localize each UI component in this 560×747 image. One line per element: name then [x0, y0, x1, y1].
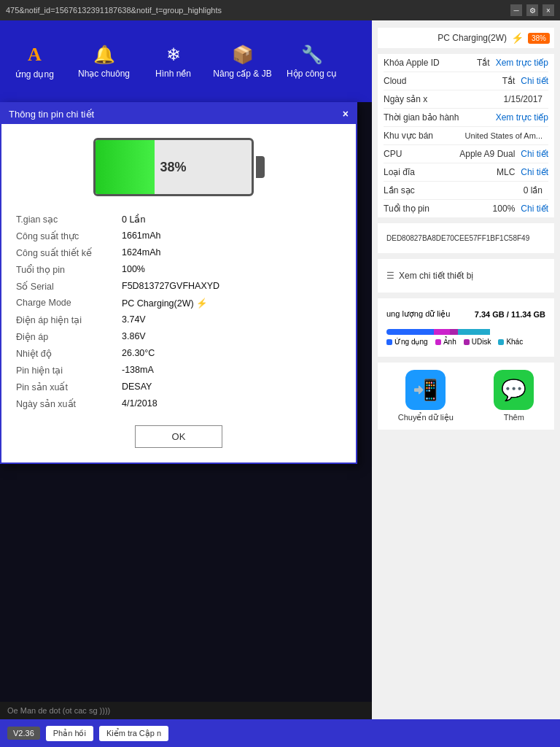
info-value-10: DESAY [122, 382, 341, 392]
info-label-9: Pin hiện tại [16, 365, 122, 376]
settings-button[interactable]: ⚙ [526, 4, 538, 16]
info-label-0: T.gian sạc [16, 214, 122, 225]
right-link-5[interactable]: Chi tiết [521, 149, 548, 159]
info-value-0: 0 Lần [122, 214, 341, 225]
legend-dot-other [498, 339, 504, 345]
storage-row: ung lượng dữ liệu 7.34 GB / 11.34 GB [386, 306, 545, 322]
nav-label-hinh-nen: Hình nền [155, 69, 191, 79]
legend-label-other: Khác [506, 338, 523, 346]
storage-legend: Ứng dụng Ảnh UDisk Khác [386, 338, 545, 346]
storage-photos-segment [434, 329, 450, 335]
social-text-1: Oe Man de dot (ot cac sg )))) [7, 706, 365, 715]
info-row-2: Công suất thiết kế 1624mAh [16, 244, 341, 261]
nav-item-hinh-nen[interactable]: ❄ Hình nền [139, 39, 208, 85]
info-value-8: 26.30°C [122, 348, 341, 359]
right-label-2: Ngày sản x [384, 94, 498, 104]
info-label-1: Công suất thực [16, 231, 122, 241]
battery-outer: 38% [93, 138, 254, 196]
right-link-8[interactable]: Chi tiết [521, 204, 548, 214]
minimize-button[interactable]: ─ [510, 4, 522, 16]
nav-item-nang-cap[interactable]: 📦 Nâng cấp & JB [208, 39, 277, 85]
battery-indicator: 38% [16, 138, 341, 196]
nav-item-nhac-chuong[interactable]: 🔔 Nhạc chuông [69, 39, 139, 85]
legend-udisk: UDisk [464, 338, 491, 346]
app-icon-chuyen-du-lieu[interactable]: 📲 Chuyển dữ liệu [398, 370, 454, 422]
right-row-1: Cloud Tắt Chi tiết [384, 72, 548, 90]
ok-button[interactable]: OK [135, 425, 223, 448]
info-row-11: Ngày sản xuất 4/1/2018 [16, 395, 341, 412]
info-label-6: Điện áp hiện tại [16, 314, 122, 325]
url-text: 475&notif_id=15676132391187638&notif_t=g… [6, 6, 222, 15]
storage-section: ung lượng dữ liệu 7.34 GB / 11.34 GB Ứng… [378, 298, 554, 357]
info-row-9: Pin hiện tại -138mA [16, 362, 341, 379]
close-window-button[interactable]: × [542, 4, 554, 16]
info-label-11: Ngày sản xuất [16, 398, 122, 409]
info-label-8: Nhiệt độ [16, 348, 122, 359]
them-label: Thêm [504, 413, 524, 422]
right-value-4: United States of Am... [465, 131, 542, 140]
info-value-1: 1661mAh [122, 231, 341, 241]
legend-label-apps: Ứng dụng [394, 338, 428, 346]
right-link-0[interactable]: Xem trực tiếp [496, 58, 548, 68]
info-label-10: Pin sản xuất [16, 382, 122, 392]
charging-lightning-icon: ⚡ [511, 32, 524, 44]
dropbox-icon: 📦 [232, 44, 254, 65]
toolbox-icon: 🔧 [301, 44, 323, 65]
info-row-0: T.gian sạc 0 Lần [16, 211, 341, 228]
view-detail-button[interactable]: ☰ Xem chi tiết thiết bị [386, 266, 545, 285]
dialog-title-bar: Thông tin pin chi tiết × [1, 104, 356, 124]
social-area: Oe Man de dot (ot cac sg )))) [0, 702, 372, 719]
url-bar: 475&notif_id=15676132391187638&notif_t=g… [0, 0, 560, 20]
right-value-8: 100% [493, 204, 516, 214]
nav-label-nhac-chuong: Nhạc chuông [78, 69, 130, 79]
right-row-2: Ngày sản x 1/15/2017 [384, 90, 548, 109]
storage-other-segment [458, 329, 490, 335]
left-panel: A ứng dụng 🔔 Nhạc chuông ❄ Hình nền 📦 Nâ… [0, 20, 372, 747]
info-label-5: Charge Mode [16, 298, 122, 309]
right-label-0: Khóa Apple ID [384, 58, 471, 68]
right-value-6: MLC [497, 167, 515, 177]
info-row-7: Điện áp 3.86V [16, 328, 341, 345]
app-icon-them[interactable]: 💬 Thêm [494, 370, 534, 422]
right-link-1[interactable]: Chi tiết [521, 76, 548, 86]
check-update-button[interactable]: Kiểm tra Cập n [99, 726, 168, 741]
right-label-3: Thời gian bảo hành [384, 112, 496, 123]
info-value-11: 4/1/2018 [122, 398, 341, 409]
info-value-6: 3.74V [122, 314, 341, 325]
battery-percent-text: 38% [96, 160, 252, 175]
storage-bar-container: Ứng dụng Ảnh UDisk Khác [386, 322, 545, 349]
main-area: A ứng dụng 🔔 Nhạc chuông ❄ Hình nền 📦 Nâ… [0, 20, 560, 747]
legend-dot-photos [435, 339, 441, 345]
chuyen-du-lieu-label: Chuyển dữ liệu [398, 413, 454, 422]
info-label-3: Tuổi thọ pin [16, 264, 122, 275]
nav-item-hop-cong-cu[interactable]: 🔧 Hộp công cụ [277, 39, 346, 85]
right-label-7: Lần sạc [384, 185, 518, 196]
legend-apps: Ứng dụng [386, 338, 428, 346]
right-label-5: CPU [384, 149, 454, 159]
info-label-4: Số Serial [16, 281, 122, 292]
info-row-10: Pin sản xuất DESAY [16, 379, 341, 395]
right-link-3[interactable]: Xem trực tiếp [496, 112, 548, 123]
charging-status-section: PC Charging(2W) ⚡ 38% [378, 28, 554, 48]
right-row-6: Loại đĩa MLC Chi tiết [384, 163, 548, 182]
chuyen-du-lieu-icon-box: 📲 [405, 370, 446, 410]
battery-tip [256, 156, 265, 178]
charging-label: PC Charging(2W) [438, 33, 507, 43]
view-detail-section[interactable]: ☰ Xem chi tiết thiết bị [378, 259, 554, 293]
nav-item-ung-dung[interactable]: A ứng dụng [0, 38, 69, 85]
right-value-7: 0 lần [524, 185, 542, 196]
app-navigation-bar: A ứng dụng 🔔 Nhạc chuông ❄ Hình nền 📦 Nâ… [0, 20, 372, 102]
dialog-body: 38% T.gian sạc 0 Lần Công suất thực 1661… [1, 124, 356, 462]
dialog-close-button[interactable]: × [343, 108, 349, 120]
right-row-3: Thời gian bảo hành Xem trực tiếp [384, 109, 548, 127]
feedback-button[interactable]: Phản hồi [46, 726, 93, 741]
view-detail-text: Xem chi tiết thiết bị [399, 271, 473, 281]
right-link-6[interactable]: Chi tiết [521, 167, 548, 177]
storage-bar [386, 329, 545, 335]
storage-udisk-segment [450, 329, 458, 335]
right-row-4: Khu vực bán United States of Am... [384, 127, 548, 145]
right-label-8: Tuổi thọ pin [384, 204, 487, 214]
info-label-7: Điện áp [16, 331, 122, 342]
info-value-7: 3.86V [122, 331, 341, 342]
legend-dot-apps [386, 339, 392, 345]
